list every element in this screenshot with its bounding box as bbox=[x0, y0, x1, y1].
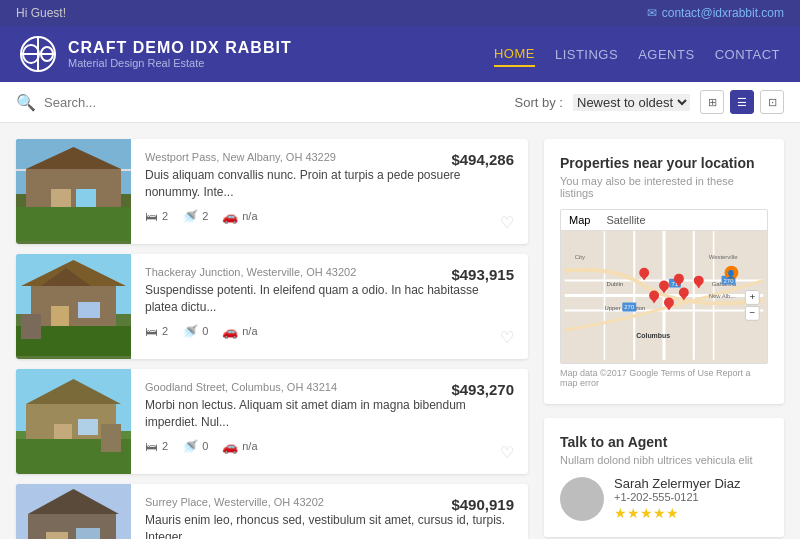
map-view-btn[interactable]: ⊡ bbox=[760, 90, 784, 114]
agent-avatar bbox=[560, 477, 604, 521]
agent-stars: ★★★★★ bbox=[614, 505, 740, 521]
email-icon: ✉ bbox=[647, 6, 657, 20]
listing-price: $494,286 bbox=[451, 151, 514, 168]
map-container[interactable]: Map Satellite bbox=[560, 209, 768, 364]
svg-rect-14 bbox=[51, 306, 69, 328]
svg-text:New Alb...: New Alb... bbox=[709, 293, 736, 299]
sort-area: Sort by : Newest to oldest ⊞ ☰ ⊡ bbox=[515, 90, 784, 114]
nav-home[interactable]: HOME bbox=[494, 42, 535, 67]
svg-rect-8 bbox=[121, 169, 131, 171]
top-bar: Hi Guest! ✉ contact@idxrabbit.com bbox=[0, 0, 800, 26]
bed-icon: 🛏 bbox=[145, 439, 158, 454]
map-tabs: Map Satellite bbox=[561, 210, 767, 231]
svg-rect-31 bbox=[76, 528, 100, 539]
nav-agents[interactable]: AGENTS bbox=[638, 43, 694, 66]
listing-card: Surrey Place, Westerville, OH 43202 Maur… bbox=[16, 484, 528, 539]
favorite-button[interactable]: ♡ bbox=[500, 213, 514, 232]
svg-text:Westerville: Westerville bbox=[709, 254, 739, 260]
listing-image bbox=[16, 254, 131, 359]
agent-subtitle: Nullam dolond nibh ultrices vehicula eli… bbox=[560, 454, 768, 466]
listings-column: Westport Pass, New Albany, OH 43229 Duis… bbox=[16, 139, 528, 539]
garage-feature: 🚗 n/a bbox=[222, 324, 257, 339]
svg-rect-15 bbox=[78, 302, 100, 318]
listing-card: Westport Pass, New Albany, OH 43229 Duis… bbox=[16, 139, 528, 244]
sort-select[interactable]: Newest to oldest bbox=[573, 94, 690, 111]
svg-text:Dublin: Dublin bbox=[606, 281, 623, 287]
car-icon: 🚗 bbox=[222, 324, 238, 339]
bath-icon: 🚿 bbox=[182, 209, 198, 224]
svg-text:270: 270 bbox=[624, 304, 635, 310]
header: CRAFT DEMO IDX RABBIT Material Design Re… bbox=[0, 26, 800, 82]
listing-features: 🛏 2 🚿 0 🚗 n/a bbox=[145, 324, 514, 339]
svg-rect-7 bbox=[16, 169, 26, 171]
listing-price: $490,919 bbox=[451, 496, 514, 513]
baths-feature: 🚿 2 bbox=[182, 209, 208, 224]
map-subtitle: You may also be interested in these list… bbox=[560, 175, 768, 199]
listing-description: Duis aliquam convallis nunc. Proin at tu… bbox=[145, 167, 514, 201]
listing-features: 🛏 2 🚿 0 🚗 n/a bbox=[145, 439, 514, 454]
garage-feature: 🚗 n/a bbox=[222, 439, 257, 454]
svg-rect-25 bbox=[101, 424, 121, 452]
listing-price: $493,915 bbox=[451, 266, 514, 283]
svg-rect-6 bbox=[16, 207, 131, 241]
car-icon: 🚗 bbox=[222, 209, 238, 224]
listing-image bbox=[16, 139, 131, 244]
map-area: City Westerville New Alb... Columbus Dub… bbox=[561, 231, 767, 360]
listing-description: Morbi non lectus. Aliquam sit amet diam … bbox=[145, 397, 514, 431]
map-title: Properties near your location bbox=[560, 155, 768, 171]
listing-card: Thackeray Junction, Westerville, OH 4320… bbox=[16, 254, 528, 359]
favorite-button[interactable]: ♡ bbox=[500, 443, 514, 462]
listing-description: Mauris enim leo, rhoncus sed, vestibulum… bbox=[145, 512, 514, 539]
svg-rect-17 bbox=[21, 314, 41, 339]
map-section: Properties near your location You may al… bbox=[544, 139, 784, 404]
svg-rect-28 bbox=[28, 514, 116, 539]
svg-rect-23 bbox=[78, 419, 98, 435]
logo-title: CRAFT DEMO IDX RABBIT Material Design Re… bbox=[68, 39, 292, 69]
logo-area: CRAFT DEMO IDX RABBIT Material Design Re… bbox=[20, 36, 292, 72]
listing-info: Westport Pass, New Albany, OH 43229 Duis… bbox=[131, 139, 528, 244]
grid-view-btn[interactable]: ⊞ bbox=[700, 90, 724, 114]
email-link[interactable]: ✉ contact@idxrabbit.com bbox=[647, 6, 784, 20]
logo-icon bbox=[20, 36, 56, 72]
agent-name: Sarah Zelermyer Diaz bbox=[614, 476, 740, 491]
view-icons: ⊞ ☰ ⊡ bbox=[700, 90, 784, 114]
map-tab-satellite[interactable]: Satellite bbox=[598, 210, 653, 230]
nav-contact[interactable]: CONTACT bbox=[715, 43, 780, 66]
svg-text:−: − bbox=[749, 307, 755, 318]
svg-text:City: City bbox=[575, 254, 585, 260]
car-icon: 🚗 bbox=[222, 439, 238, 454]
nav-listings[interactable]: LISTINGS bbox=[555, 43, 618, 66]
baths-feature: 🚿 0 bbox=[182, 324, 208, 339]
favorite-button[interactable]: ♡ bbox=[500, 328, 514, 347]
listing-info: Thackeray Junction, Westerville, OH 4320… bbox=[131, 254, 528, 359]
sidebar: Properties near your location You may al… bbox=[544, 139, 784, 539]
listing-image bbox=[16, 484, 131, 539]
main-nav: HOME LISTINGS AGENTS CONTACT bbox=[494, 42, 780, 67]
map-attribution: Map data ©2017 Google Terms of Use Repor… bbox=[560, 368, 768, 388]
bath-icon: 🚿 bbox=[182, 439, 198, 454]
map-tab-map[interactable]: Map bbox=[561, 210, 598, 230]
listing-features: 🛏 2 🚿 2 🚗 n/a bbox=[145, 209, 514, 224]
main-content: Westport Pass, New Albany, OH 43229 Duis… bbox=[0, 123, 800, 539]
bed-icon: 🛏 bbox=[145, 209, 158, 224]
search-area: 🔍 bbox=[16, 93, 515, 112]
agent-section: Talk to an Agent Nullam dolond nibh ultr… bbox=[544, 418, 784, 537]
agent-info: Sarah Zelermyer Diaz +1-202-555-0121 ★★★… bbox=[560, 476, 768, 521]
listing-description: Suspendisse potenti. In eleifend quam a … bbox=[145, 282, 514, 316]
svg-text:+: + bbox=[749, 291, 755, 302]
email-address: contact@idxrabbit.com bbox=[662, 6, 784, 20]
search-input[interactable] bbox=[44, 95, 344, 110]
sort-label: Sort by : bbox=[515, 95, 563, 110]
search-icon: 🔍 bbox=[16, 93, 36, 112]
search-bar: 🔍 Sort by : Newest to oldest ⊞ ☰ ⊡ bbox=[0, 82, 800, 123]
beds-feature: 🛏 2 bbox=[145, 324, 168, 339]
agent-details: Sarah Zelermyer Diaz +1-202-555-0121 ★★★… bbox=[614, 476, 740, 521]
listing-price: $493,270 bbox=[451, 381, 514, 398]
list-view-btn[interactable]: ☰ bbox=[730, 90, 754, 114]
agent-phone: +1-202-555-0121 bbox=[614, 491, 740, 503]
listing-info: Goodland Street, Columbus, OH 43214 Morb… bbox=[131, 369, 528, 474]
svg-text:Columbus: Columbus bbox=[636, 332, 670, 339]
baths-feature: 🚿 0 bbox=[182, 439, 208, 454]
beds-feature: 🛏 2 bbox=[145, 439, 168, 454]
listing-image bbox=[16, 369, 131, 474]
